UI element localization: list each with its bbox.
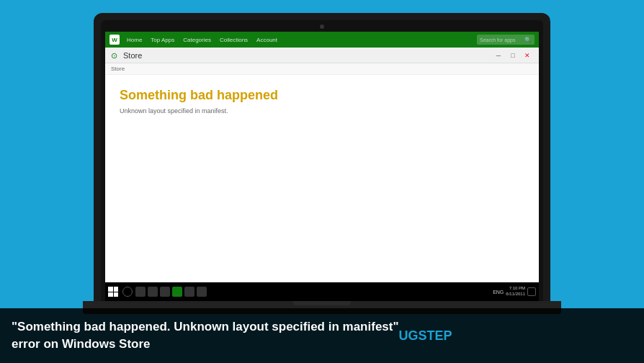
taskbar: ENG 7:10 PM 6/11/2011: [105, 282, 539, 301]
breadcrumb-bar: Store: [105, 63, 539, 75]
taskbar-icon-1[interactable]: [135, 287, 146, 297]
store-logo: W: [109, 35, 120, 45]
caption-line1: "Something bad happened. Unknown layout …: [12, 320, 399, 333]
taskbar-search[interactable]: [122, 287, 133, 297]
store-topbar: W Home Top Apps Categories Collections A…: [105, 32, 539, 48]
taskbar-lang: ENG: [493, 290, 504, 295]
main-content: Something bad happened Unknown layout sp…: [105, 75, 539, 282]
taskbar-icon-5[interactable]: [184, 287, 194, 297]
store-nav: Home Top Apps Categories Collections Acc…: [127, 37, 470, 43]
caption-text: "Something bad happened. Unknown layout …: [12, 318, 399, 353]
laptop-hinge: [293, 301, 351, 305]
search-icon: 🔍: [524, 37, 532, 43]
error-heading: Something bad happened: [120, 88, 524, 103]
window-controls: ─ □ ✕: [493, 50, 533, 60]
maximize-button[interactable]: □: [507, 50, 519, 60]
taskbar-icon-6[interactable]: [197, 287, 207, 297]
store-search-box[interactable]: Search for apps 🔍: [477, 35, 535, 45]
window-title: Store: [123, 51, 493, 60]
minimize-button[interactable]: ─: [493, 50, 504, 60]
taskbar-time: 7:10 PM 6/11/2011: [506, 286, 525, 297]
breadcrumb: Store: [111, 66, 125, 72]
screen-bezel: W Home Top Apps Categories Collections A…: [101, 20, 543, 301]
window-icon: ⊙: [111, 51, 120, 60]
logo-area: UGSTEP: [399, 328, 452, 344]
taskbar-icon-2[interactable]: [148, 287, 158, 297]
start-block-3: [108, 292, 113, 297]
caption-bar: "Something bad happened. Unknown layout …: [0, 308, 644, 363]
search-placeholder: Search for apps: [480, 37, 524, 42]
nav-collections[interactable]: Collections: [220, 37, 248, 43]
nav-categories[interactable]: Categories: [183, 37, 211, 43]
start-block-4: [114, 292, 119, 297]
taskbar-icon-3[interactable]: [160, 287, 170, 297]
start-block-1: [108, 287, 113, 292]
taskbar-right: ENG 7:10 PM 6/11/2011: [493, 286, 536, 297]
start-button[interactable]: [108, 287, 118, 297]
nav-home[interactable]: Home: [127, 37, 142, 43]
close-button[interactable]: ✕: [522, 50, 533, 60]
caption-line2: error on Windows Store: [12, 337, 151, 351]
taskbar-icons: [135, 287, 491, 297]
start-block-2: [114, 287, 119, 292]
logo-text: UGSTEP: [399, 328, 452, 344]
screen: W Home Top Apps Categories Collections A…: [105, 32, 539, 301]
taskbar-icon-store[interactable]: [172, 287, 182, 297]
notification-center[interactable]: [527, 287, 536, 296]
nav-account[interactable]: Account: [256, 37, 277, 43]
title-bar: ⊙ Store ─ □ ✕: [105, 48, 539, 63]
laptop-shell: W Home Top Apps Categories Collections A…: [94, 13, 550, 301]
nav-top-apps[interactable]: Top Apps: [151, 37, 174, 43]
camera-dot: [320, 24, 324, 29]
error-subtitle: Unknown layout specified in manifest.: [120, 107, 524, 115]
